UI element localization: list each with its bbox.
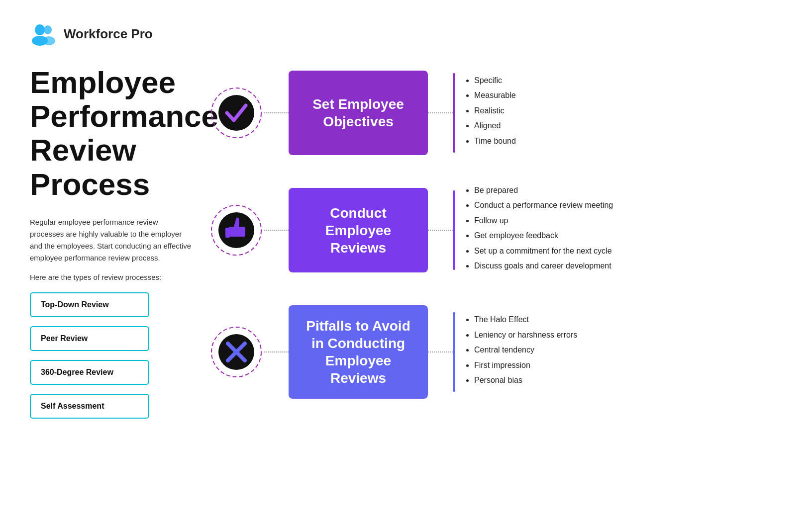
list-item: Central tendency — [474, 345, 577, 355]
360-degree-review-button[interactable]: 360-Degree Review — [30, 360, 149, 385]
list-item: Follow up — [474, 215, 613, 226]
peer-review-button[interactable]: Peer Review — [30, 326, 149, 351]
review-types-label: Here are the types of review processes: — [30, 273, 194, 281]
self-assessment-button[interactable]: Self Assessment — [30, 394, 149, 419]
flow-box-3: Pitfalls to Avoid in Conducting Employee… — [289, 305, 428, 399]
flow-row-3: Pitfalls to Avoid in Conducting Employee… — [209, 305, 782, 399]
svg-point-3 — [42, 36, 55, 45]
list-item: Get employee feedback — [474, 230, 613, 241]
svg-point-1 — [44, 25, 52, 34]
dot-connector-right-3 — [428, 351, 453, 352]
flow-area: Set Employee Objectives Specific Measura… — [209, 66, 782, 429]
header: Workforce Pro — [30, 20, 782, 48]
bullet-list-2: Be prepared Conduct a performance review… — [465, 185, 613, 275]
icon-thumbsup — [209, 203, 264, 258]
flow-row-1: Set Employee Objectives Specific Measura… — [209, 71, 782, 155]
accent-bar-3 — [453, 312, 455, 392]
dot-connector-left-3 — [264, 351, 289, 352]
list-item: Specific — [474, 75, 516, 86]
list-item: The Halo Effect — [474, 314, 577, 325]
icon-cross — [209, 325, 264, 379]
flow-box-1: Set Employee Objectives — [289, 71, 428, 155]
list-item: Measurable — [474, 90, 516, 101]
list-item: Be prepared — [474, 185, 613, 196]
icon-checkmark — [209, 86, 264, 140]
bullet-list-1: Specific Measurable Realistic Aligned Ti… — [465, 75, 516, 151]
dot-connector-left-2 — [264, 230, 289, 231]
list-item: Leniency or harshness errors — [474, 330, 577, 341]
accent-bar-1 — [453, 73, 455, 153]
list-item: Discuss goals and career development — [474, 261, 613, 271]
dot-connector-left-1 — [264, 112, 289, 113]
list-item: Personal bias — [474, 375, 577, 386]
flow-row-2: Conduct Employee Reviews Be prepared Con… — [209, 185, 782, 275]
list-item: Set up a commitment for the next cycle — [474, 246, 613, 257]
brand-name: Workforce Pro — [64, 26, 153, 42]
svg-point-0 — [35, 24, 45, 35]
svg-rect-8 — [225, 228, 230, 238]
list-item: Time bound — [474, 136, 516, 147]
page: Workforce Pro Employee Performance Revie… — [0, 0, 812, 525]
page-title: Employee Performance Review Process — [30, 66, 194, 201]
dot-connector-right-2 — [428, 230, 453, 231]
svg-point-5 — [218, 95, 254, 131]
description-1: Regular employee performance review proc… — [30, 216, 194, 264]
flow-box-label-2: Conduct Employee Reviews — [299, 204, 418, 257]
flow-box-label-1: Set Employee Objectives — [299, 95, 418, 130]
flow-box-2: Conduct Employee Reviews — [289, 188, 428, 272]
left-panel: Employee Performance Review Process Regu… — [30, 66, 209, 429]
list-item: Realistic — [474, 105, 516, 116]
list-item: First impression — [474, 360, 577, 371]
top-down-review-button[interactable]: Top-Down Review — [30, 292, 149, 317]
list-item: Aligned — [474, 120, 516, 131]
content-area: Employee Performance Review Process Regu… — [30, 66, 782, 429]
dot-connector-right-1 — [428, 112, 453, 113]
bullet-list-3: The Halo Effect Leniency or harshness er… — [465, 314, 577, 390]
list-item: Conduct a performance review meeting — [474, 200, 613, 211]
logo-icon — [30, 20, 58, 48]
flow-box-label-3: Pitfalls to Avoid in Conducting Employee… — [299, 317, 418, 387]
accent-bar-2 — [453, 190, 455, 270]
